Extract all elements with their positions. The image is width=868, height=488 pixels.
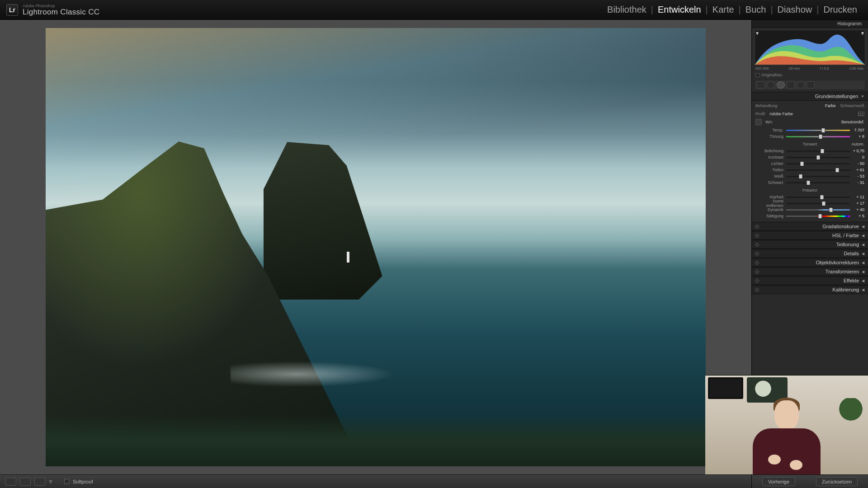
histogram-title: Histogramm — [837, 21, 862, 26]
chevron-left-icon[interactable] — [862, 225, 864, 229]
panel-toggle-icon[interactable] — [755, 251, 760, 256]
wb-t-nung-row: Tönung+ 8 — [755, 133, 864, 140]
tone-lichter-knob[interactable] — [801, 162, 804, 166]
tone-kontrast-knob[interactable] — [816, 155, 820, 160]
presence-dynamik-knob[interactable] — [829, 208, 832, 212]
profile-value[interactable]: Adobe Farbe — [769, 112, 793, 116]
tone-schwarz-knob[interactable] — [807, 181, 810, 185]
presence-klarheit-value[interactable]: + 11 — [850, 195, 864, 199]
tone-tiefen-value[interactable]: + 61 — [850, 168, 864, 172]
tone-belichtung-value[interactable]: + 0,75 — [850, 149, 864, 153]
presence-s-ttigung-slider[interactable] — [786, 216, 850, 217]
panel-toggle-icon[interactable] — [755, 278, 760, 283]
tone-tiefen-slider[interactable] — [786, 169, 850, 171]
module-bibliothek[interactable]: Bibliothek — [603, 5, 651, 15]
panel-toggle-icon[interactable] — [755, 233, 760, 238]
tone-belichtung-knob[interactable] — [821, 149, 824, 153]
tone-kontrast-value[interactable]: 0 — [850, 155, 864, 160]
wb-t-nung-knob[interactable] — [819, 135, 822, 139]
wb-dropdown[interactable]: Benutzerdef. — [841, 120, 864, 124]
gradient-tool[interactable] — [787, 81, 795, 89]
wb-t-nung-slider[interactable] — [786, 136, 850, 137]
wb-temp--slider[interactable] — [786, 130, 850, 131]
panel-toggle-icon[interactable] — [755, 224, 760, 229]
chevron-left-icon[interactable] — [862, 261, 864, 265]
panel-toggle-icon[interactable] — [755, 269, 760, 274]
tone-wei--row: Weiß- 53 — [755, 173, 864, 179]
presence-dunst-entfernen-slider[interactable] — [786, 203, 850, 204]
canvas-area[interactable] — [0, 20, 751, 474]
tone-kontrast-slider[interactable] — [786, 157, 850, 158]
wb-picker-icon[interactable] — [755, 119, 762, 125]
tone-tiefen-knob[interactable] — [835, 168, 839, 172]
presence-dynamik-value[interactable]: + 40 — [850, 207, 864, 212]
panel-title: Gradationskurve — [822, 224, 859, 229]
panel-header-teiltonung[interactable]: Teiltonung — [752, 240, 868, 249]
module-karte[interactable]: Karte — [708, 5, 739, 15]
panel-toggle-icon[interactable] — [755, 242, 760, 247]
view-mode-before-after[interactable] — [34, 478, 45, 486]
tone-belichtung-slider[interactable] — [786, 150, 850, 152]
auto-tone-button[interactable]: Autom. — [851, 142, 864, 146]
view-mode-compare[interactable] — [20, 478, 31, 486]
brush-tool[interactable] — [807, 81, 815, 89]
previous-button[interactable]: Vorherige — [762, 477, 795, 486]
wb-temp--value[interactable]: 7.707 — [850, 128, 864, 132]
chevron-down-icon[interactable] — [861, 94, 864, 99]
module-drucken[interactable]: Drucken — [819, 5, 862, 15]
tone-wei--value[interactable]: - 53 — [850, 174, 864, 178]
photo-preview[interactable] — [46, 28, 706, 466]
panel-header-transformieren[interactable]: Transformieren — [752, 267, 868, 276]
module-entwickeln[interactable]: Entwickeln — [653, 5, 706, 15]
tone-header: Tonwert — [803, 142, 817, 146]
chevron-left-icon[interactable] — [862, 279, 864, 283]
histogram[interactable] — [755, 30, 865, 65]
treatment-bw-tab[interactable]: Schwarzweiß — [840, 103, 864, 108]
presence-s-ttigung-value[interactable]: + 5 — [850, 214, 864, 218]
presence-dynamik-slider[interactable] — [786, 209, 850, 211]
wb-temp--knob[interactable] — [821, 128, 825, 132]
chevron-left-icon[interactable] — [862, 270, 864, 274]
exif-shutter: 1/30 Sek. — [849, 66, 864, 70]
presence-dunst-entfernen-knob[interactable] — [822, 202, 826, 206]
presence-klarheit-slider[interactable] — [786, 197, 850, 198]
panel-header-details[interactable]: Details — [752, 249, 868, 258]
panel-header-kalibrierung[interactable]: Kalibrierung — [752, 285, 868, 294]
redeye-tool[interactable] — [777, 81, 785, 89]
panel-toggle-icon[interactable] — [755, 287, 760, 292]
histogram-header[interactable]: Histogramm — [752, 20, 868, 28]
chevron-left-icon[interactable] — [862, 234, 864, 238]
tone-schwarz-slider[interactable] — [786, 182, 850, 183]
presence-dynamik-label: Dynamik — [755, 207, 786, 212]
basic-panel-header[interactable]: Grundeinstellungen — [752, 92, 868, 101]
treatment-color-tab[interactable]: Farbe — [825, 103, 836, 108]
view-mode-loupe[interactable] — [5, 478, 16, 486]
profile-browser-icon[interactable] — [858, 112, 864, 116]
panel-header-effekte[interactable]: Effekte — [752, 276, 868, 285]
panel-header-gradationskurve[interactable]: Gradationskurve — [752, 222, 868, 231]
reset-button[interactable]: Zurücksetzen — [816, 477, 858, 486]
crop-tool[interactable] — [757, 81, 765, 89]
tone-wei--knob[interactable] — [799, 174, 802, 178]
module-buch[interactable]: Buch — [741, 5, 771, 15]
presence-klarheit-knob[interactable] — [820, 195, 823, 199]
chevron-left-icon[interactable] — [862, 288, 864, 292]
original-checkbox[interactable] — [755, 73, 760, 77]
module-diashow[interactable]: Diashow — [773, 5, 817, 15]
panel-header-objektivkorrekturen[interactable]: Objektivkorrekturen — [752, 258, 868, 267]
softproof-checkbox[interactable] — [64, 479, 69, 484]
tone-lichter-value[interactable]: - 50 — [850, 161, 864, 166]
panel-header-hsl-farbe[interactable]: HSL / Farbe — [752, 231, 868, 240]
tone-schwarz-value[interactable]: - 31 — [850, 180, 864, 185]
radial-tool[interactable] — [797, 81, 805, 89]
tone-lichter-slider[interactable] — [786, 163, 850, 164]
presence-s-ttigung-knob[interactable] — [818, 214, 821, 218]
chevron-left-icon[interactable] — [862, 243, 864, 247]
panel-toggle-icon[interactable] — [755, 260, 760, 265]
panel-title: Transformieren — [826, 269, 859, 274]
spot-tool[interactable] — [767, 81, 775, 89]
wb-t-nung-value[interactable]: + 8 — [850, 134, 864, 139]
presence-dunst-entfernen-value[interactable]: + 17 — [850, 201, 864, 206]
chevron-left-icon[interactable] — [862, 252, 864, 256]
tone-wei--slider[interactable] — [786, 176, 850, 177]
